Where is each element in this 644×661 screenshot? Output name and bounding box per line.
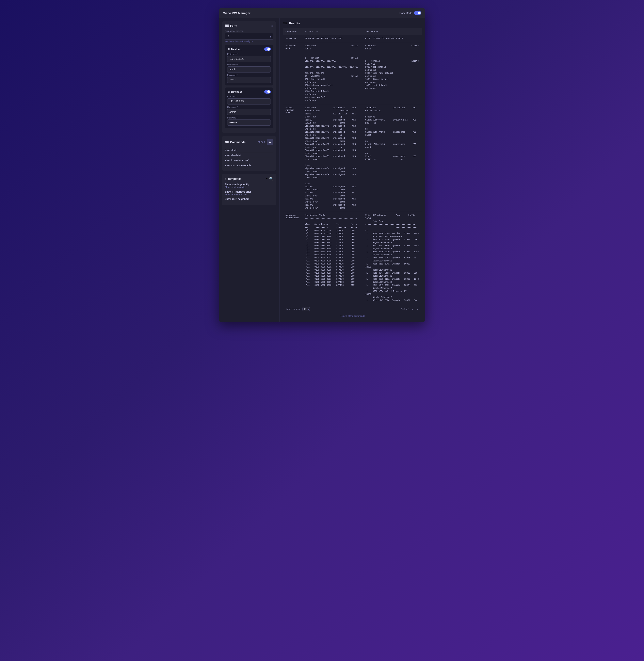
table-row: show clock 07:06:24.729 UTC Mon Jan 9 20… [283,35,422,42]
table-row: show vlan brief VLAN Name Status Ports -… [283,42,422,104]
app-title: Cisco IOS Manager [223,12,251,15]
col-commands: Commands [283,28,302,35]
form-section-title: ⌨ Form [225,24,237,27]
device2-password-input[interactable] [227,119,271,126]
device2-toggle[interactable] [264,90,271,94]
device2-icon: 🖥 [227,90,230,93]
num-devices-group: Number of devices 2 1 3 Number of device… [225,30,273,43]
title-bar: Cisco IOS Manager Dark Mode [219,8,425,18]
run-button[interactable]: ▶ [267,139,273,145]
commands-section-title: ⌨ Commands [225,140,246,144]
device1-icon: 🖥 [227,48,230,51]
form-code-toggle[interactable]: ‹ › [271,24,273,27]
device1-title: 🖥 Device 1 [227,48,242,51]
device1-password-input[interactable] [227,77,271,83]
left-panel: ⌨ Form ‹ › Number of devices 2 1 3 Num [219,18,279,322]
device1-password-label: Password * [227,74,271,76]
col-ip1: 192.168.1.26 [302,28,363,35]
device2-ip-label: IP Address * [227,96,271,98]
row-command: show mac address-table [283,212,302,304]
rows-per-page-group: Rows per page: 10 25 50 ▾ [285,307,310,311]
right-panel: ⌨ Results Commands 192.168.1.26 192.168.… [279,18,425,322]
num-devices-select[interactable]: 2 1 3 [225,33,273,40]
form-icon: ⌨ [225,24,229,27]
filter-icon[interactable]: ≡ [266,177,268,181]
main-content: ⌨ Form ‹ › Number of devices 2 1 3 Num [219,18,425,322]
rows-per-page-label: Rows per page: [285,308,301,310]
col-ip2: 192.168.1.15 [362,28,422,35]
templates-section-header: ≡ Templates ≡ 🔍 [225,177,273,181]
row-command: show clock [283,35,302,42]
row-data2: VLAN Name Status Ports ---- ------------… [362,42,422,104]
row-command: show ip interface brief [283,104,302,212]
command-item[interactable]: show ip interface brief [225,158,273,163]
row-data2: 07:11:15.065 UTC Mon Jan 9 2023 [362,35,422,42]
device2-header: 🖥 Device 2 [227,90,271,94]
dark-mode-label: Dark Mode [399,12,412,15]
template-item[interactable]: Show IP interface brief Show IP interfac… [225,190,273,196]
table-row: show ip interface brief Interface IP-Add… [283,104,422,212]
table-footer: Rows per page: 10 25 50 ▾ 1–8 of 8 ‹ › [283,305,422,313]
next-page-button[interactable]: › [416,307,419,311]
dark-mode-switch[interactable] [414,11,421,15]
dark-mode-toggle[interactable]: Dark Mode [399,11,421,15]
device1-username-label: Username * [227,64,271,66]
row-data1: VLAN Name Status Ports ---- ------------… [302,42,363,104]
form-section-header: ⌨ Form ‹ › [225,24,273,27]
template-desc: Show running-config [225,186,273,188]
results-footer-text: Results of the commands [283,313,422,319]
pagination-range: 1–8 of 8 [401,308,409,310]
row-command: show vlan brief [283,42,302,104]
template-name: Show CDP neighbors [225,198,273,201]
table-row: show mac address-table Mac Address Table… [283,212,422,304]
results-header: ⌨ Results [283,21,422,25]
device1-ip-input[interactable] [227,56,271,62]
device1-card: 🖥 Device 1 IP Address * Username * Passw… [225,45,273,86]
commands-section: ⌨ Commands CLEAR ▶ show clockshow vlan b… [222,136,276,171]
template-name: Show IP interface brief [225,190,273,193]
template-desc: Show IP interface brief [225,193,273,196]
pagination: 1–8 of 8 ‹ › [401,307,419,311]
results-table: Commands 192.168.1.26 192.168.1.15 show … [283,28,422,304]
run-icon: ▶ [269,140,271,144]
row-data1: Interface IP-Address OK? Method Status P… [302,104,363,212]
command-item[interactable]: show mac address-table [225,163,273,168]
commands-header: ⌨ Commands CLEAR ▶ [225,139,273,145]
table-header-row: Commands 192.168.1.26 192.168.1.15 [283,28,422,35]
templates-section: ≡ Templates ≡ 🔍 Show running-config Show… [222,174,276,205]
row-data1: Mac Address Table ----------------------… [302,212,363,304]
clear-button[interactable]: CLEAR [258,141,265,143]
device2-username-input[interactable] [227,109,271,115]
row-data2: Interface IP-Address OK? Method Status P… [362,104,422,212]
device2-username-label: Username * [227,106,271,108]
device2-title: 🖥 Device 2 [227,90,242,93]
row-data2: VLAN MAC Address Type AgeIdx InPkt Inter… [362,212,422,304]
rows-per-page-select[interactable]: 10 25 50 [302,307,310,311]
command-item[interactable]: show clock [225,148,273,153]
device2-ip-input[interactable] [227,98,271,105]
results-icon: ⌨ [283,21,288,25]
prev-page-button[interactable]: ‹ [411,307,414,311]
app-window: Cisco IOS Manager Dark Mode ⌨ Form ‹ › N… [219,8,425,322]
device1-username-input[interactable] [227,66,271,72]
num-devices-hint: Number of devices to configure [225,40,273,43]
device1-ip-label: IP Address * [227,53,271,55]
device1-toggle[interactable] [264,47,271,51]
num-devices-select-wrapper: 2 1 3 [225,33,273,40]
results-tbody: show clock 07:06:24.729 UTC Mon Jan 9 20… [283,35,422,304]
command-item[interactable]: show vlan brief [225,153,273,158]
search-icon[interactable]: 🔍 [269,177,273,181]
template-name: Show running-config [225,183,273,186]
templates-actions: ≡ 🔍 [266,177,273,181]
template-item[interactable]: Show CDP neighbors [225,198,273,201]
rows-per-page-wrapper: 10 25 50 ▾ [302,307,310,311]
templates-section-title: ≡ Templates [225,177,242,180]
templates-icon: ≡ [225,177,226,180]
results-title: Results [289,21,300,25]
row-data1: 07:06:24.729 UTC Mon Jan 9 2023 [302,35,363,42]
template-list: Show running-config Show running-configS… [225,183,273,201]
commands-icon: ⌨ [225,140,229,144]
num-devices-label: Number of devices [225,30,273,32]
template-item[interactable]: Show running-config Show running-config [225,183,273,188]
command-list: show clockshow vlan briefshow ip interfa… [225,148,273,168]
